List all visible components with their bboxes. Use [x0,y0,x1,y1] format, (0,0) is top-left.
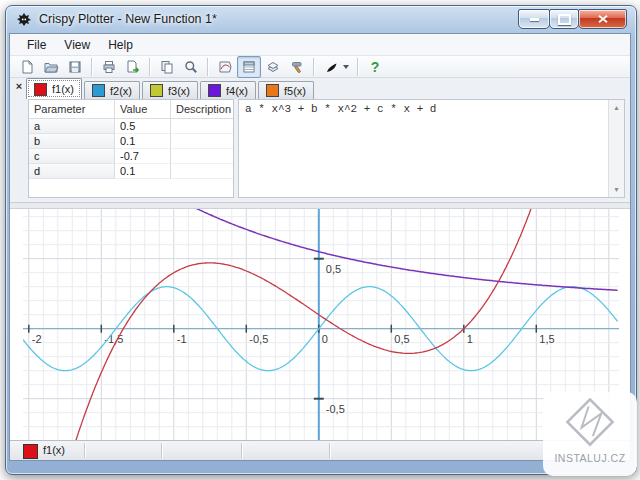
open-file-button[interactable] [39,56,63,78]
tools-button[interactable] [285,56,309,78]
print-button[interactable] [97,56,121,78]
close-panel-button[interactable]: × [13,81,25,93]
copy-button[interactable] [155,56,179,78]
status-divider [329,443,331,458]
tab-f3-label: f3(x) [168,85,190,97]
svg-text:1,5: 1,5 [539,333,554,345]
function-panel: × f1(x) f2(x) f3(x) f4(x) [10,78,630,202]
tab-f3-color-swatch [150,84,163,97]
panel-content: Parameter Value Description a 0.5 b 0.1 [26,99,627,199]
tab-f2[interactable]: f2(x) [84,81,140,99]
maximize-button[interactable] [549,9,579,29]
header-value[interactable]: Value [115,100,171,118]
help-icon: ? [371,60,380,74]
svg-text:-0,5: -0,5 [249,333,268,345]
parameter-table: Parameter Value Description a 0.5 b 0.1 [28,99,234,198]
copy-icon [159,59,175,75]
export-image-icon [125,59,141,75]
formula-editor: a * x^3 + b * x^2 + c * x + d ▲ ▼ [238,99,625,198]
menu-view[interactable]: View [55,36,99,54]
param-desc-cell[interactable] [171,119,233,134]
dropdown-caret-icon [343,65,349,69]
hammer-icon [289,59,305,75]
tab-f1-label: f1(x) [52,83,74,95]
close-button[interactable] [578,9,627,29]
param-value-cell[interactable]: 0.1 [115,134,171,149]
export-image-button[interactable] [121,56,145,78]
title-bar[interactable]: Crispy Plotter - New Function 1* [6,6,636,33]
status-divider [161,443,163,458]
close-icon [598,15,608,23]
formula-scrollbar[interactable]: ▲ ▼ [608,100,624,197]
instaluj-logo-icon [564,398,616,450]
horizontal-splitter[interactable] [10,202,630,209]
svg-text:-2: -2 [32,333,42,345]
tab-f3[interactable]: f3(x) [142,81,198,99]
param-value-cell[interactable]: 0.1 [115,164,171,179]
menu-bar: File View Help [10,34,630,56]
param-name-cell[interactable]: b [29,134,115,149]
magnifier-icon [183,59,199,75]
toolbar-separator [357,58,359,76]
header-parameter[interactable]: Parameter [29,100,115,118]
window-title: Crispy Plotter - New Function 1* [39,6,217,32]
tab-f4-label: f4(x) [226,85,248,97]
scroll-down-icon[interactable]: ▼ [609,182,624,197]
param-desc-cell[interactable] [171,164,233,179]
formula-input[interactable]: a * x^3 + b * x^2 + c * x + d [239,100,608,197]
grid-layers-button[interactable] [261,56,285,78]
svg-text:-0,5: -0,5 [326,403,345,415]
param-name-cell[interactable]: d [29,164,115,179]
status-divider [241,443,243,458]
table-row: b 0.1 [29,134,233,149]
new-document-button[interactable] [15,56,39,78]
svg-text:0: 0 [322,333,328,345]
status-divider [84,443,86,458]
maximize-icon [558,14,571,25]
param-desc-cell[interactable] [171,149,233,164]
table-row: d 0.1 [29,164,233,179]
tab-f2-color-swatch [92,84,105,97]
toolbar-separator [207,58,209,76]
plot-area[interactable]: -2-1,5-1-0,500,511,50,5-0,5 [10,209,630,440]
function-window-icon [241,59,257,75]
param-name-cell[interactable]: a [29,119,115,134]
tab-f1[interactable]: f1(x) [26,78,82,99]
table-row: c -0.7 [29,149,233,164]
scroll-up-icon[interactable]: ▲ [609,100,624,115]
minimize-icon [530,18,539,21]
menu-help[interactable]: Help [99,36,142,54]
svg-text:0,5: 0,5 [394,333,409,345]
tab-f4-color-swatch [208,84,221,97]
save-button[interactable] [63,56,87,78]
zoom-button[interactable] [179,56,203,78]
param-value-cell[interactable]: -0.7 [115,149,171,164]
tab-f1-color-swatch [34,83,47,96]
plot-svg[interactable]: -2-1,5-1-0,500,511,50,5-0,5 [23,209,619,440]
table-header-row: Parameter Value Description [29,100,233,119]
param-name-cell[interactable]: c [29,149,115,164]
client-area: File View Help [9,33,631,461]
tab-f5-color-swatch [266,84,279,97]
help-button[interactable]: ? [363,56,387,78]
tab-f4[interactable]: f4(x) [200,81,256,99]
toolbar: ? [10,56,630,78]
menu-file[interactable]: File [18,36,55,54]
status-function-color-swatch [23,444,38,459]
open-folder-icon [43,59,59,75]
toolbar-separator [313,58,315,76]
grid-layers-icon [265,59,281,75]
plot-preview-icon [217,59,233,75]
function-list-button[interactable] [237,56,261,78]
table-row: a 0.5 [29,119,233,134]
param-value-cell[interactable]: 0.5 [115,119,171,134]
minimize-button[interactable] [518,9,550,29]
param-desc-cell[interactable] [171,134,233,149]
pen-color-button[interactable] [319,56,353,78]
app-icon[interactable] [16,12,32,28]
header-description[interactable]: Description [171,100,233,118]
panel-gutter: × [10,78,26,202]
pen-color-icon [324,59,340,75]
plot-preview-button[interactable] [213,56,237,78]
tab-f5[interactable]: f5(x) [258,81,314,99]
